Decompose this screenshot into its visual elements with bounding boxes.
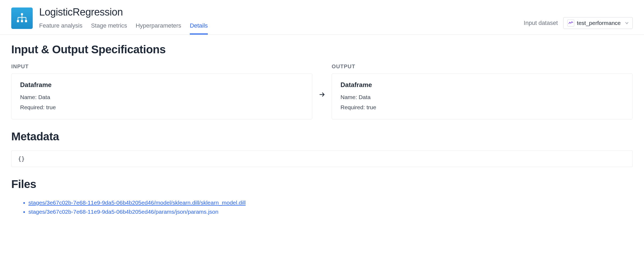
tab-feature-analysis[interactable]: Feature analysis: [39, 22, 82, 35]
file-item: stages/3e67c02b-7e68-11e9-9da5-06b4b205e…: [28, 198, 633, 207]
file-item: stages/3e67c02b-7e68-11e9-9da5-06b4b205e…: [28, 207, 633, 216]
output-card: Dataframe Name: Data Required: true: [332, 73, 633, 119]
output-name-label: Name:: [340, 94, 357, 100]
arrow-right-icon: [319, 91, 325, 100]
svg-rect-7: [21, 20, 23, 22]
output-column: OUTPUT Dataframe Name: Data Required: tr…: [332, 63, 633, 119]
output-required-label: Required:: [340, 104, 365, 110]
metadata-section-title: Metadata: [11, 130, 633, 143]
output-required-value: true: [367, 104, 376, 110]
file-path: stages/3e67c02b-7e68-11e9-9da5-06b4b205e…: [28, 209, 219, 215]
svg-point-0: [21, 13, 23, 15]
input-column: INPUT Dataframe Name: Data Required: tru…: [11, 63, 312, 119]
content: Input & Output Specifications INPUT Data…: [0, 35, 644, 225]
header-content: LogisticRegression Feature analysis Stag…: [39, 7, 208, 34]
input-type: Dataframe: [20, 81, 304, 89]
input-label: INPUT: [11, 63, 312, 70]
input-dataset-label: Input dataset: [524, 20, 558, 27]
chart-icon: [567, 20, 574, 27]
output-required-field: Required: true: [340, 104, 624, 111]
file-link[interactable]: stages/3e67c02b-7e68-11e9-9da5-06b4b205e…: [28, 199, 246, 206]
model-tree-icon: [11, 7, 33, 29]
page-title: LogisticRegression: [39, 6, 208, 18]
output-label: OUTPUT: [332, 63, 633, 70]
tab-details[interactable]: Details: [190, 22, 208, 35]
metadata-content: {}: [11, 150, 633, 167]
svg-rect-8: [25, 20, 27, 22]
input-required-label: Required:: [20, 104, 45, 110]
input-name-label: Name:: [20, 94, 37, 100]
input-card: Dataframe Name: Data Required: true: [11, 73, 312, 119]
output-name-value: Data: [359, 94, 371, 100]
svg-rect-6: [17, 20, 19, 22]
header-right: Input dataset test_performance: [524, 7, 633, 29]
tab-hyperparameters[interactable]: Hyperparameters: [136, 22, 181, 35]
input-name-field: Name: Data: [20, 94, 304, 100]
output-name-field: Name: Data: [340, 94, 624, 100]
input-required-field: Required: true: [20, 104, 304, 111]
files-section-title: Files: [11, 178, 633, 191]
page-header: LogisticRegression Feature analysis Stag…: [0, 0, 644, 35]
tab-stage-metrics[interactable]: Stage metrics: [91, 22, 127, 35]
input-name-value: Data: [38, 94, 50, 100]
tabs: Feature analysis Stage metrics Hyperpara…: [39, 22, 208, 34]
dataset-selector[interactable]: test_performance: [563, 17, 633, 29]
dataset-selector-value: test_performance: [577, 20, 621, 26]
chevron-down-icon: [625, 21, 629, 25]
io-container: INPUT Dataframe Name: Data Required: tru…: [11, 63, 633, 119]
specs-section-title: Input & Output Specifications: [11, 43, 633, 56]
header-left: LogisticRegression Feature analysis Stag…: [11, 7, 208, 34]
files-list: stages/3e67c02b-7e68-11e9-9da5-06b4b205e…: [11, 198, 633, 216]
output-type: Dataframe: [340, 81, 624, 89]
input-required-value: true: [46, 104, 56, 110]
